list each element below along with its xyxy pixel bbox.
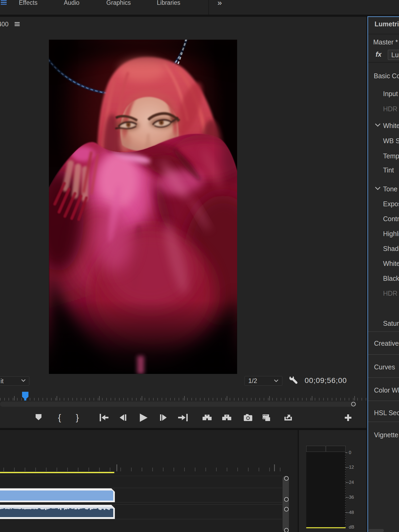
svg-text:{: { (58, 412, 61, 422)
svg-text:}: } (76, 412, 79, 422)
